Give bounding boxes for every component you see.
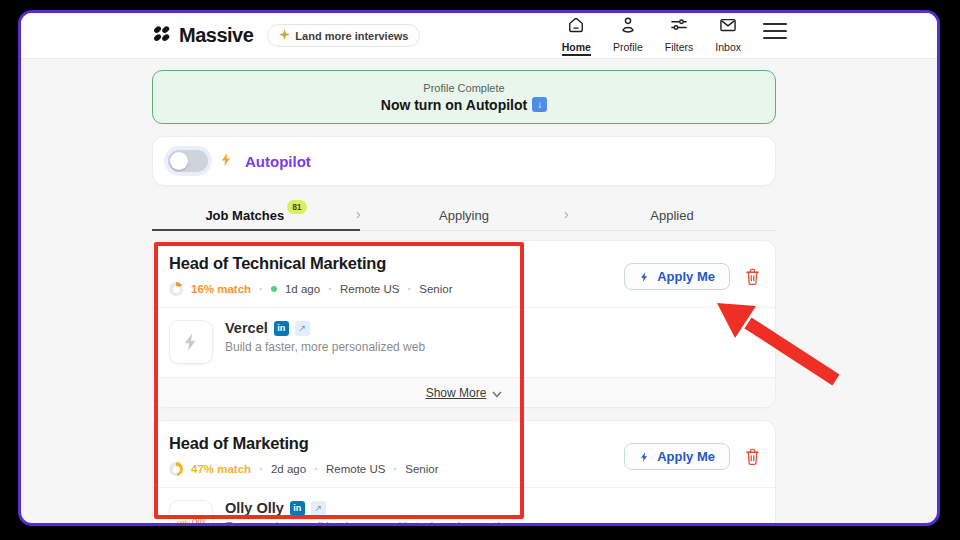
- apply-me-button[interactable]: Apply Me: [624, 263, 730, 290]
- trash-icon[interactable]: [744, 267, 761, 286]
- app-window: Massive Land more interviews Home: [18, 10, 940, 526]
- tab-applied-label: Applied: [650, 208, 693, 223]
- autopilot-label: Autopilot: [245, 153, 311, 170]
- new-posting-dot-icon: [271, 286, 277, 292]
- company-section: Vercel in ↗ Build a faster, more persona…: [153, 308, 775, 377]
- screen: { "header": { "logo_text": "Massive", "b…: [0, 0, 960, 540]
- match-percent: 47% match: [191, 463, 251, 475]
- inbox-icon: [718, 15, 738, 39]
- job-level: Senior: [405, 463, 438, 475]
- company-name: Vercel: [225, 320, 268, 336]
- nav-label-home: Home: [562, 41, 591, 56]
- logo-text: Massive: [179, 24, 253, 47]
- banner-title: Profile Complete: [423, 82, 504, 94]
- top-nav: Home Profile Filters: [562, 15, 787, 56]
- apply-me-button[interactable]: Apply Me: [624, 443, 730, 470]
- tab-job-matches-label: Job Matches: [205, 208, 284, 223]
- match-donut-icon: [169, 282, 183, 296]
- nav-label-filters: Filters: [665, 41, 694, 53]
- autopilot-toggle[interactable]: [168, 150, 208, 172]
- nav-label-profile: Profile: [613, 41, 643, 53]
- tab-applying[interactable]: Applying: [360, 200, 568, 230]
- banner-subtitle-text: Now turn on Autopilot: [381, 97, 527, 113]
- card-footer: Show More: [153, 377, 775, 407]
- separator: ·: [393, 463, 397, 475]
- posted-ago: 1d ago: [285, 283, 320, 295]
- job-location: Remote US: [340, 283, 399, 295]
- profile-icon: [618, 15, 638, 39]
- down-arrow-icon: ↓: [532, 97, 547, 112]
- company-logo-vercel: [169, 320, 213, 364]
- logo[interactable]: Massive: [151, 23, 253, 48]
- toggle-knob: [170, 152, 188, 170]
- company-name: Olly Olly: [225, 500, 284, 516]
- show-more-link[interactable]: Show More: [426, 386, 487, 400]
- apply-me-label: Apply Me: [657, 269, 715, 284]
- main-content: Profile Complete Now turn on Autopilot ↓…: [152, 59, 776, 526]
- linkedin-icon[interactable]: in: [290, 501, 305, 516]
- trash-icon[interactable]: [744, 447, 761, 466]
- match-percent: 16% match: [191, 283, 251, 295]
- match-donut-icon: [169, 462, 183, 476]
- home-icon: [566, 15, 586, 39]
- profile-complete-banner[interactable]: Profile Complete Now turn on Autopilot ↓: [152, 70, 776, 124]
- nav-item-inbox[interactable]: Inbox: [715, 15, 741, 53]
- separator: ·: [328, 283, 332, 295]
- external-link-icon[interactable]: ↗: [311, 501, 326, 516]
- nav-item-profile[interactable]: Profile: [613, 15, 643, 53]
- tab-applying-label: Applying: [439, 208, 489, 223]
- nav-item-home[interactable]: Home: [562, 15, 591, 56]
- menu-icon[interactable]: [763, 15, 787, 39]
- job-level: Senior: [419, 283, 452, 295]
- filters-icon: [669, 15, 689, 39]
- separator: ·: [314, 463, 318, 475]
- nav-item-filters[interactable]: Filters: [665, 15, 694, 53]
- apply-me-label: Apply Me: [657, 449, 715, 464]
- bolt-icon: [219, 151, 234, 172]
- job-matches-count-badge: 81: [287, 200, 306, 214]
- pipeline-tabs: Job Matches 81 › Applying › Applied: [152, 200, 776, 231]
- banner-subtitle: Now turn on Autopilot ↓: [381, 97, 547, 113]
- nav-label-inbox: Inbox: [715, 41, 741, 53]
- badge-label: Land more interviews: [295, 30, 408, 42]
- autopilot-card: Autopilot: [152, 136, 776, 186]
- massive-logo-icon: [151, 23, 172, 48]
- olly-olly-logo-text: Olly Olly: [176, 515, 207, 526]
- chevron-down-icon: [492, 384, 502, 402]
- company-tagline: Build a faster, more personalized web: [225, 340, 425, 354]
- separator: ·: [259, 283, 263, 295]
- job-location: Remote US: [326, 463, 385, 475]
- job-card: Head of Technical Marketing 16% match · …: [152, 240, 776, 408]
- linkedin-icon[interactable]: in: [274, 321, 289, 336]
- job-card: Head of Marketing 47% match · 2d ago · R…: [152, 420, 776, 526]
- posted-ago: 2d ago: [271, 463, 306, 475]
- company-tagline: Empowering small businesses with tech an…: [225, 520, 512, 526]
- header: Massive Land more interviews Home: [21, 13, 937, 59]
- tab-applied[interactable]: Applied: [568, 200, 776, 230]
- external-link-icon[interactable]: ↗: [295, 321, 310, 336]
- sparkle-icon: [279, 29, 290, 42]
- land-more-interviews-badge[interactable]: Land more interviews: [267, 24, 420, 47]
- company-section: Olly Olly Olly Olly in ↗ Empowering smal…: [153, 488, 775, 526]
- separator: ·: [407, 283, 411, 295]
- company-logo-olly-olly: Olly Olly: [169, 500, 213, 526]
- tab-job-matches[interactable]: Job Matches 81: [152, 200, 360, 230]
- separator: ·: [259, 463, 263, 475]
